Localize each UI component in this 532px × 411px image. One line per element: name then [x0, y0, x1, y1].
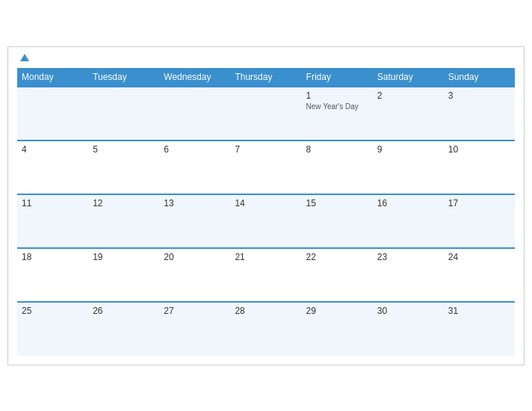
calendar-cell: 23: [373, 248, 444, 302]
calendar-cell: [230, 87, 301, 140]
weekday-header-monday: Monday: [17, 68, 88, 87]
week-row-4: 25262728293031: [17, 302, 515, 356]
calendar-cell: 25: [17, 302, 88, 356]
calendar-cell: 4: [17, 140, 88, 194]
calendar-body: 1New Year's Day2345678910111213141516171…: [17, 87, 515, 356]
weekday-header-sunday: Sunday: [444, 68, 515, 87]
calendar-cell: 13: [159, 194, 230, 248]
holiday-label: New Year's Day: [306, 102, 368, 111]
weekday-header-row: MondayTuesdayWednesdayThursdayFridaySatu…: [17, 68, 515, 87]
calendar-cell: 12: [88, 194, 159, 248]
week-row-1: 45678910: [17, 140, 515, 194]
calendar-cell: 24: [444, 248, 515, 302]
calendar-cell: 2: [373, 87, 444, 140]
day-number: 28: [235, 306, 297, 316]
day-number: 20: [164, 252, 226, 262]
calendar-cell: 28: [230, 302, 301, 356]
logo: [17, 55, 29, 62]
weekday-header-thursday: Thursday: [230, 68, 301, 87]
day-number: 21: [235, 252, 297, 262]
day-number: 3: [448, 90, 510, 101]
calendar-cell: 22: [302, 248, 373, 302]
day-number: 1: [306, 90, 368, 101]
weekday-header-wednesday: Wednesday: [159, 68, 230, 87]
day-number: 12: [93, 198, 155, 208]
calendar-thead: MondayTuesdayWednesdayThursdayFridaySatu…: [17, 68, 515, 87]
week-row-2: 11121314151617: [17, 194, 515, 248]
weekday-header-saturday: Saturday: [373, 68, 444, 87]
day-number: 9: [377, 144, 439, 155]
weekday-header-tuesday: Tuesday: [88, 68, 159, 87]
calendar-cell: 9: [373, 140, 444, 194]
day-number: 6: [164, 144, 226, 155]
calendar-cell: 6: [159, 140, 230, 194]
calendar-header: [17, 55, 515, 62]
day-number: 27: [164, 306, 226, 316]
day-number: 15: [306, 198, 368, 208]
calendar-cell: 27: [159, 302, 230, 356]
day-number: 14: [235, 198, 297, 208]
day-number: 11: [22, 198, 84, 208]
day-number: 4: [22, 144, 84, 155]
day-number: 19: [93, 252, 155, 262]
calendar-cell: 5: [88, 140, 159, 194]
calendar-cell: [17, 87, 88, 140]
day-number: 23: [377, 252, 439, 262]
week-row-0: 1New Year's Day23: [17, 87, 515, 140]
day-number: 17: [448, 198, 510, 208]
day-number: 8: [306, 144, 368, 155]
calendar-cell: 30: [373, 302, 444, 356]
week-row-3: 18192021222324: [17, 248, 515, 302]
calendar-cell: 10: [444, 140, 515, 194]
calendar-cell: 11: [17, 194, 88, 248]
calendar-cell: 31: [444, 302, 515, 356]
logo-triangle-icon: [20, 54, 29, 61]
calendar-cell: [88, 87, 159, 140]
day-number: 10: [448, 144, 510, 155]
calendar-cell: 15: [302, 194, 373, 248]
calendar-cell: 20: [159, 248, 230, 302]
day-number: 2: [377, 90, 439, 101]
calendar-grid: MondayTuesdayWednesdayThursdayFridaySatu…: [17, 68, 515, 356]
calendar-cell: 26: [88, 302, 159, 356]
day-number: 29: [306, 306, 368, 316]
day-number: 25: [22, 306, 84, 316]
day-number: 16: [377, 198, 439, 208]
weekday-header-friday: Friday: [302, 68, 373, 87]
day-number: 24: [448, 252, 510, 262]
calendar-cell: 21: [230, 248, 301, 302]
day-number: 5: [93, 144, 155, 155]
calendar-cell: 17: [444, 194, 515, 248]
calendar-cell: 8: [302, 140, 373, 194]
calendar-cell: 7: [230, 140, 301, 194]
calendar-cell: 3: [444, 87, 515, 140]
calendar-cell: 18: [17, 248, 88, 302]
day-number: 30: [377, 306, 439, 316]
calendar-cell: 16: [373, 194, 444, 248]
calendar-cell: 29: [302, 302, 373, 356]
day-number: 18: [22, 252, 84, 262]
calendar-cell: 1New Year's Day: [302, 87, 373, 140]
day-number: 22: [306, 252, 368, 262]
calendar-cell: 14: [230, 194, 301, 248]
day-number: 13: [164, 198, 226, 208]
day-number: 26: [93, 306, 155, 316]
calendar-cell: 19: [88, 248, 159, 302]
day-number: 31: [448, 306, 510, 316]
calendar-cell: [159, 87, 230, 140]
day-number: 7: [235, 144, 297, 155]
calendar-container: MondayTuesdayWednesdayThursdayFridaySatu…: [7, 46, 525, 365]
